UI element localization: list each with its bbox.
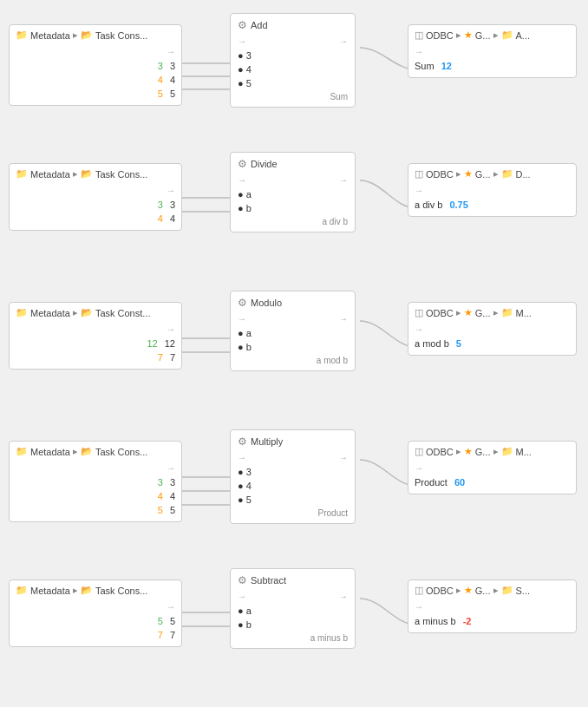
op-row-mul-2: ● 4 [238, 479, 348, 493]
dest-sub-multiply: G... [475, 447, 491, 457]
source-row-mul-2: 3 3 [16, 475, 175, 489]
dest-node-modulo: ◫ ODBC ▸ ★ G... ▸ 📁 M... → a mod b 5 [408, 302, 577, 356]
source-sub-modulo: Task Const... [95, 308, 151, 318]
dest-row-div-arrow: → [415, 184, 570, 198]
breadcrumb-arrow-subtract: ▸ [73, 585, 78, 596]
source-row-mul-3: 4 4 [16, 489, 175, 503]
op-row-div-1: ● a [238, 187, 348, 201]
source-body-modulo: → 12 12 7 7 [10, 321, 181, 369]
dest-body-multiply: → Product 60 [408, 460, 576, 494]
dest-suffix-add: A... [516, 30, 531, 41]
arrow-in-mul: → [238, 451, 246, 465]
op-title-multiply: Multiply [251, 436, 283, 447]
val-orange-mod-2: 7 [158, 350, 163, 364]
val-orange-sub-2: 7 [158, 628, 163, 642]
op-row-mul-1: ● 3 [238, 465, 348, 479]
folder-icon-orange-multiply: 📂 [81, 446, 93, 457]
port-mul-1: ● 3 [238, 465, 252, 479]
dest-suffix-multiply: M... [516, 447, 532, 457]
dest-row-mul-arrow: → [415, 462, 570, 475]
arrow-mul-1: → [167, 462, 175, 475]
dest-body-divide: → a div b 0.75 [408, 182, 576, 216]
dest-body-subtract: → a minus b -2 [408, 599, 576, 632]
source-title-modulo: Metadata [30, 308, 70, 318]
source-body-multiply: → 3 3 4 4 5 5 [10, 460, 181, 521]
db-icon-add: ◫ [415, 29, 423, 41]
source-row-sub-2: 5 5 [16, 614, 175, 628]
dest-header-modulo: ◫ ODBC ▸ ★ G... ▸ 📁 M... [408, 303, 576, 321]
dest-body-modulo: → a mod b 5 [408, 321, 576, 355]
arrow-div-1: → [167, 184, 175, 198]
star-icon-divide: ★ [464, 168, 473, 180]
arrow-out-add: → [339, 35, 348, 49]
arrow-in-sub: → [238, 590, 246, 604]
folder-icon-orange-divide: 📂 [81, 168, 93, 180]
port-add-2: ● 4 [238, 62, 252, 76]
source-row-mod-2: 12 12 [16, 337, 175, 350]
dest-value-multiply: 60 [454, 475, 465, 489]
source-body-subtract: → 5 5 7 7 [10, 599, 181, 646]
dest-row-add-value: Sum 12 [415, 59, 570, 73]
dest-arrow-multiply: → [415, 462, 423, 475]
arrow-in-mod: → [238, 312, 246, 326]
source-header-divide: 📁 Metadata ▸ 📂 Task Cons... [10, 164, 181, 182]
dest-suffix-subtract: S... [516, 586, 531, 596]
source-sub-add: Task Cons... [95, 30, 148, 41]
val-sub-2: 7 [170, 628, 175, 642]
dest-sub-divide: G... [475, 169, 491, 180]
val-orange-mul-3: 5 [158, 503, 163, 517]
dest-arrow-subtract: → [415, 600, 423, 614]
op-node-multiply: ⚙ Multiply → → ● 3 ● 4 ● 5 Product [230, 429, 356, 524]
dest-prefix-subtract: ODBC [426, 586, 454, 596]
op-row-sub-arrow: → → [238, 590, 348, 604]
val-mul-3: 5 [170, 503, 175, 517]
source-row-mod-3: 7 7 [16, 350, 175, 364]
dest-label-divide: a div b [415, 198, 442, 212]
source-title-subtract: Metadata [30, 586, 70, 596]
op-footer-subtract: a minus b [238, 633, 348, 643]
source-body-add: → 3 3 4 4 5 5 [10, 43, 181, 105]
source-body-divide: → 3 3 4 4 [10, 182, 181, 230]
op-title-subtract: Subtract [251, 575, 286, 586]
folder-icon-orange-subtract: 📂 [81, 585, 93, 596]
sep1-subtract: ▸ [456, 585, 461, 596]
op-title-modulo: Modulo [251, 298, 282, 308]
op-row-add-1: ● 3 [238, 49, 348, 62]
dest-label-multiply: Product [415, 475, 448, 489]
op-header-modulo: ⚙ Modulo [238, 297, 348, 309]
val-green-div-1: 3 [158, 198, 163, 212]
port-div-b: ● b [238, 201, 252, 215]
sep2-divide: ▸ [493, 168, 499, 180]
db-icon-multiply: ◫ [415, 446, 423, 457]
arrow-add-1: → [167, 45, 175, 59]
star-icon-add: ★ [464, 29, 473, 41]
dest-row-mul-value: Product 60 [415, 475, 570, 489]
dest-value-subtract: -2 [463, 614, 472, 628]
folder-icon-multiply: 📁 [16, 446, 28, 457]
breadcrumb-arrow-divide: ▸ [73, 168, 78, 180]
breadcrumb-arrow-add: ▸ [73, 29, 78, 41]
val-green-mod-1: 12 [147, 337, 158, 350]
arrow-mod-1: → [167, 323, 175, 337]
op-footer-multiply: Product [238, 508, 348, 518]
op-header-divide: ⚙ Divide [238, 158, 348, 170]
folder-dest-subtract: 📁 [501, 585, 513, 596]
folder-dest-add: 📁 [501, 29, 513, 41]
folder-dest-divide: 📁 [501, 168, 513, 180]
gear-icon-add: ⚙ [238, 19, 247, 31]
dest-label-add: Sum [415, 59, 434, 73]
val-orange-mul-2: 4 [158, 489, 163, 503]
source-header-subtract: 📁 Metadata ▸ 📂 Task Cons... [10, 580, 181, 599]
val-mul-2: 4 [170, 489, 175, 503]
sep1-divide: ▸ [456, 168, 461, 180]
op-node-modulo: ⚙ Modulo → → ● a ● b a mod b [230, 291, 356, 371]
dest-row-sub-value: a minus b -2 [415, 614, 570, 628]
port-mod-a: ● a [238, 326, 252, 340]
source-node-multiply: 📁 Metadata ▸ 📂 Task Cons... → 3 3 4 4 5 … [9, 441, 182, 522]
dest-suffix-modulo: M... [516, 308, 532, 318]
sep1-modulo: ▸ [456, 307, 461, 318]
dest-prefix-add: ODBC [426, 30, 454, 41]
source-row-div-3: 4 4 [16, 212, 175, 226]
dest-sub-modulo: G... [475, 308, 491, 318]
source-row-add-2: 3 3 [16, 59, 175, 73]
